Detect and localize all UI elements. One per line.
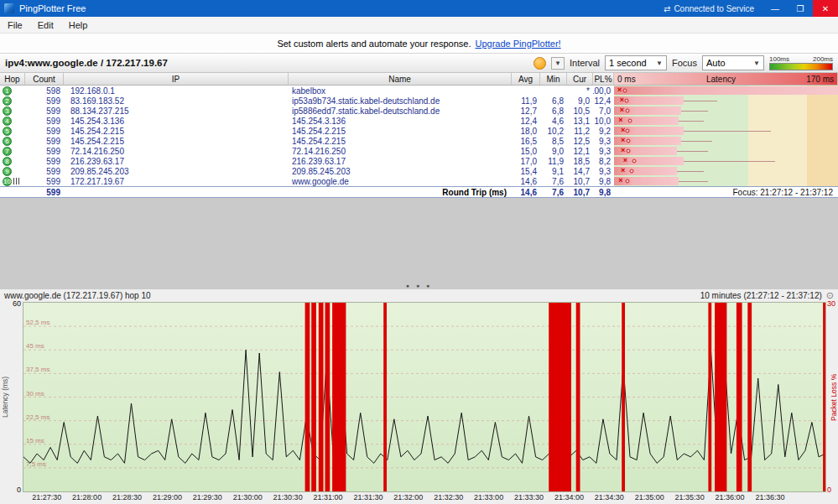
table-row[interactable]: 4599145.254.3.136145.254.3.13612,44,613,… bbox=[0, 116, 838, 126]
close-button[interactable]: ✕ bbox=[813, 0, 838, 17]
x-axis-tick-label: 21:28:30 bbox=[112, 493, 142, 501]
latency-error-marker-icon: × bbox=[621, 137, 625, 144]
count-cell: 599 bbox=[25, 166, 64, 176]
ip-cell[interactable]: 145.254.3.136 bbox=[64, 116, 289, 126]
menu-file[interactable]: File bbox=[0, 20, 30, 30]
name-cell[interactable]: 145.254.2.215 bbox=[289, 136, 512, 146]
header-name[interactable]: Name bbox=[289, 73, 512, 85]
menu-help[interactable]: Help bbox=[61, 20, 96, 30]
ip-cell[interactable]: 145.254.2.215 bbox=[64, 126, 289, 136]
count-cell: 599 bbox=[25, 126, 64, 136]
x-axis-tick-label: 21:29:00 bbox=[153, 493, 182, 501]
header-count[interactable]: Count bbox=[25, 73, 64, 85]
name-cell[interactable]: kabelbox bbox=[289, 86, 512, 96]
ip-cell[interactable]: 145.254.2.215 bbox=[64, 136, 289, 146]
timeline-range-label: 10 minutes (21:27:12 - 21:37:12) bbox=[700, 291, 822, 300]
latency-range-bar bbox=[614, 177, 679, 185]
timeline-x-axis: 21:27:3021:28:0021:28:3021:29:0021:29:30… bbox=[23, 492, 826, 504]
name-cell[interactable]: ip53a9b734.static.kabel-deutschland.de bbox=[289, 96, 512, 106]
latency-scale-gradient bbox=[769, 63, 833, 70]
target-address: ipv4:www.google.de / 172.217.19.67 bbox=[5, 58, 168, 68]
ip-cell[interactable]: 209.85.245.203 bbox=[64, 166, 289, 176]
name-cell[interactable]: 72.14.216.250 bbox=[289, 146, 512, 156]
hop-number-badge: 1 bbox=[3, 86, 12, 96]
menu-edit[interactable]: Edit bbox=[30, 20, 61, 30]
x-axis-tick-label: 21:33:30 bbox=[514, 493, 544, 501]
hop-number-badge: 7 bbox=[3, 147, 12, 156]
summary-cur: 10,7 bbox=[567, 187, 593, 197]
avg-cell: 15,4 bbox=[512, 166, 540, 176]
header-cur[interactable]: Cur bbox=[567, 73, 593, 85]
name-cell[interactable]: 145.254.3.136 bbox=[289, 116, 512, 126]
x-axis-tick-label: 21:30:00 bbox=[233, 493, 263, 501]
ip-cell[interactable]: 216.239.63.17 bbox=[64, 156, 289, 166]
minimize-button[interactable]: — bbox=[763, 0, 788, 17]
x-axis-tick-label: 21:36:30 bbox=[755, 493, 784, 501]
target-bar: ipv4:www.google.de / 172.217.19.67 ▼ Int… bbox=[0, 53, 838, 73]
timeline-graph: www.google.de (172.217.19.67) hop 10 10 … bbox=[0, 289, 838, 504]
name-cell[interactable]: 209.85.245.203 bbox=[289, 166, 512, 176]
ip-cell[interactable]: 88.134.237.215 bbox=[64, 106, 289, 116]
cur-cell: 10,5 bbox=[567, 106, 593, 116]
ip-cell[interactable]: 83.169.183.52 bbox=[64, 96, 289, 106]
hop-cell: 6 bbox=[0, 136, 25, 146]
cur-cell: 11,2 bbox=[567, 126, 593, 136]
table-row[interactable]: 8599216.239.63.17216.239.63.1717,011,918… bbox=[0, 156, 838, 166]
x-axis-tick-label: 21:31:00 bbox=[314, 493, 343, 501]
table-row[interactable]: 1598192.168.0.1kabelbox*100,0× bbox=[0, 86, 838, 96]
maximize-button[interactable]: ❐ bbox=[788, 0, 813, 17]
header-pl[interactable]: PL% bbox=[593, 73, 614, 85]
table-row[interactable]: 10599172.217.19.67www.google.de14,67,610… bbox=[0, 176, 838, 186]
hop-cell: 3 bbox=[0, 106, 25, 116]
splitter-handle[interactable]: ● ● ● bbox=[406, 283, 433, 288]
name-cell[interactable]: www.google.de bbox=[289, 176, 512, 186]
table-row[interactable]: 9599209.85.245.203209.85.245.20315,49,11… bbox=[0, 166, 838, 176]
header-min[interactable]: Min bbox=[540, 73, 567, 85]
name-cell[interactable]: ip5886edd7.static.kabel-deutschland.de bbox=[289, 106, 512, 116]
timeline-indicator-icon bbox=[13, 178, 21, 184]
header-ip[interactable]: IP bbox=[64, 73, 289, 85]
left-axis-min: 0 bbox=[17, 486, 21, 494]
focus-select[interactable]: Auto ▼ bbox=[702, 55, 764, 70]
ip-cell[interactable]: 72.14.216.250 bbox=[64, 146, 289, 156]
left-axis-label: Latency (ms) bbox=[0, 302, 9, 492]
avg-cell: 11,9 bbox=[512, 96, 540, 106]
cur-cell: 12,1 bbox=[567, 146, 593, 156]
pl-cell: 9,3 bbox=[593, 146, 614, 156]
table-row[interactable]: 5599145.254.2.215145.254.2.21518,010,211… bbox=[0, 126, 838, 136]
right-axis-min: 0 bbox=[827, 486, 831, 494]
x-axis-tick-label: 21:36:00 bbox=[716, 493, 745, 501]
table-row[interactable]: 359988.134.237.215ip5886edd7.static.kabe… bbox=[0, 106, 838, 116]
name-cell[interactable]: 216.239.63.17 bbox=[289, 156, 512, 166]
ip-cell[interactable]: 192.168.0.1 bbox=[64, 86, 289, 96]
count-cell: 599 bbox=[25, 116, 64, 126]
min-cell: 6,8 bbox=[540, 106, 567, 116]
latency-current-marker-icon bbox=[627, 149, 631, 153]
table-row[interactable]: 6599145.254.2.215145.254.2.21516,58,512,… bbox=[0, 136, 838, 146]
min-cell bbox=[540, 86, 567, 96]
latency-error-marker-icon: × bbox=[621, 147, 625, 154]
header-latency[interactable]: 0 ms Latency 170 ms bbox=[614, 73, 838, 85]
timeline-header: www.google.de (172.217.19.67) hop 10 10 … bbox=[0, 289, 838, 302]
ip-cell[interactable]: 172.217.19.67 bbox=[64, 176, 289, 186]
header-avg[interactable]: Avg bbox=[512, 73, 540, 85]
trace-state-button[interactable] bbox=[534, 57, 546, 70]
count-cell: 599 bbox=[25, 176, 64, 186]
trace-state-caret[interactable]: ▼ bbox=[551, 57, 565, 70]
header-hop[interactable]: Hop bbox=[0, 73, 25, 85]
name-cell[interactable]: 145.254.2.215 bbox=[289, 126, 512, 136]
latency-range-bar bbox=[614, 107, 681, 115]
latency-current-marker-icon bbox=[630, 169, 634, 174]
x-axis-tick-label: 21:27:30 bbox=[32, 493, 61, 501]
upgrade-link[interactable]: Upgrade PingPlotter! bbox=[476, 39, 561, 49]
svg-text:22,5 ms: 22,5 ms bbox=[26, 413, 49, 421]
latency-max-whisker bbox=[684, 161, 775, 162]
pl-cell: 100,0 bbox=[593, 86, 614, 96]
table-row[interactable]: 759972.14.216.25072.14.216.25015,09,012,… bbox=[0, 146, 838, 156]
svg-text:7,5 ms: 7,5 ms bbox=[26, 460, 46, 468]
interval-select[interactable]: 1 second ▼ bbox=[605, 55, 667, 70]
avg-cell bbox=[512, 86, 540, 96]
table-row[interactable]: 259983.169.183.52ip53a9b734.static.kabel… bbox=[0, 96, 838, 106]
timeline-plot[interactable]: 52,5 ms45 ms37,5 ms30 ms22,5 ms15 ms7,5 … bbox=[23, 302, 826, 492]
latency-range-bar bbox=[614, 86, 838, 95]
